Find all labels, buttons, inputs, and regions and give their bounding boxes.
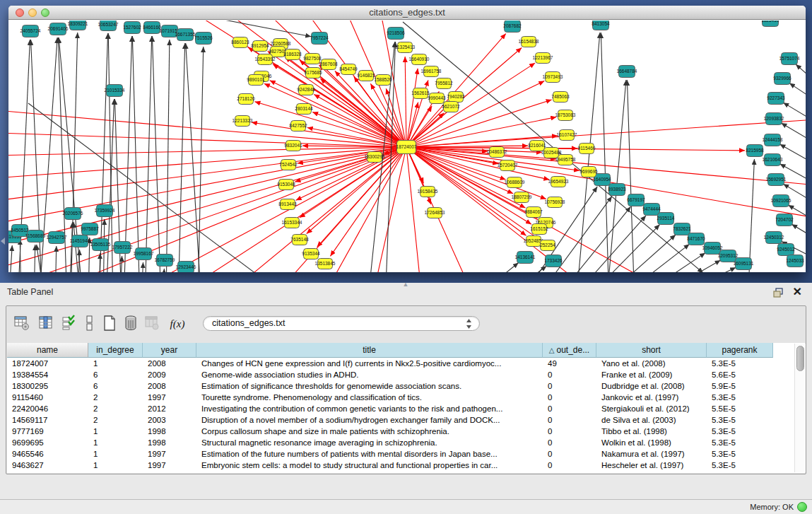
graph-node[interactable]: 10688609 [505,177,525,188]
graph-node[interactable]: 11325413 [395,42,416,53]
graph-node[interactable]: 7485063 [551,92,570,103]
network-graph[interactable]: 2405572420691406183092211065324715276028… [8,21,806,272]
graph-node[interactable]: 8913443 [278,199,297,210]
graph-node[interactable]: 17264853 [425,208,445,218]
column-header-short[interactable]: short [596,343,707,358]
graph-node[interactable]: 12450312 [764,232,784,244]
graph-node[interactable]: 7955812 [435,78,453,89]
graph-node[interactable]: 8466160 [143,22,161,34]
graph-node[interactable]: 9890101 [247,75,265,86]
table-row[interactable]: 1872400712008Changes of HCN gene express… [7,358,805,369]
graph-node[interactable]: 16782759 [155,255,175,267]
select-columns-icon[interactable] [59,314,78,334]
graph-node[interactable]: 7957224 [310,33,329,45]
graph-node[interactable]: 17359924 [95,205,115,217]
show-columns-icon[interactable] [36,314,56,334]
graph-node[interactable]: 19958167 [134,248,154,260]
graph-node[interactable]: 2087682 [503,21,522,33]
graph-node[interactable]: 2935114 [657,213,675,225]
graph-node[interactable]: 9832041 [284,141,302,151]
table-row[interactable]: 2242004622012Investigating the contribut… [7,403,805,414]
graph-node[interactable]: 8215958 [746,145,764,157]
graph-node[interactable]: 11568689 [25,230,46,243]
graph-node[interactable]: 7515526 [194,33,213,45]
graph-node[interactable]: 7940282 [447,92,465,103]
column-header-in_degree[interactable]: in_degree [88,343,143,358]
graph-node[interactable]: 16154838 [519,37,539,47]
graph-node[interactable]: 9242848 [297,85,315,95]
graph-node[interactable]: 12923446 [176,262,196,273]
graph-node[interactable]: 14136141 [515,252,536,264]
graph-node[interactable]: 8454749 [339,64,358,75]
table-scrollbar[interactable] [794,344,806,472]
graph-node[interactable]: 9135344 [302,249,320,259]
graph-node[interactable]: 1527602 [123,22,141,34]
graph-node[interactable]: 9218506 [387,28,405,40]
graph-node[interactable]: 19495758 [555,155,576,165]
graph-node[interactable]: 12444158 [763,134,783,146]
graph-node[interactable]: 18309221 [68,21,88,30]
graph-node[interactable]: 10756928 [545,197,565,208]
graph-node[interactable]: 12093832 [764,113,784,125]
graph-node[interactable]: 10921065 [771,195,792,207]
graph-node[interactable]: 21015334 [105,85,125,97]
graph-node[interactable]: 16640910 [409,54,430,65]
graph-node[interactable]: 15751074 [779,53,800,65]
graph-node[interactable]: 252254 [540,240,555,251]
graph-node[interactable]: 20206576 [63,208,83,220]
merge-icon[interactable] [80,314,100,334]
graph-node[interactable]: 5621072 [442,102,460,112]
graph-node[interactable]: 2867608 [319,59,338,70]
table-scrollbar-thumb[interactable] [796,346,804,371]
graph-node[interactable]: 11451944 [70,235,90,247]
graph-node[interactable]: 18807299 [512,192,532,203]
graph-node[interactable]: 9990443 [428,93,446,104]
graph-node[interactable]: 9827508 [303,54,322,64]
graph-node[interactable]: 9146821 [357,71,375,81]
graph-node[interactable]: 16961758 [421,66,442,77]
graph-node[interactable]: 16648784 [617,66,637,78]
graph-node[interactable]: 9884067 [524,207,543,218]
network-view-canvas[interactable]: 2405572420691406183092211065324715276028… [8,21,806,272]
table-row[interactable]: 1830029562008Estimation of significance … [7,380,805,392]
table-row[interactable]: 911546021997Tourette syndrome. Phenomeno… [7,392,805,403]
graph-node[interactable]: 1588520 [374,75,392,86]
import-table-icon[interactable] [142,314,162,334]
graph-node[interactable]: 8860123 [231,37,249,48]
graph-node[interactable]: 10653247 [98,21,119,31]
graph-node[interactable]: 7635148 [290,235,309,245]
table-row[interactable]: 1938455462009Genome-wide association stu… [7,369,805,380]
graph-node[interactable]: 1245033 [786,255,804,267]
graph-node[interactable]: 24055724 [20,25,41,37]
graph-node[interactable]: 8938923 [608,184,626,196]
graph-node[interactable]: 9227343 [767,93,785,105]
graph-node[interactable]: 2803144 [295,104,313,115]
graph-node[interactable]: 9153048 [277,180,295,190]
graph-node[interactable]: 8912954 [251,41,269,52]
graph-node[interactable]: 1562615 [411,88,430,99]
graph-node[interactable]: 19654923 [548,177,569,187]
graph-node[interactable]: 7832621 [673,223,691,235]
graph-node[interactable]: 9975887 [81,223,99,235]
memory-status-indicator[interactable] [797,502,807,512]
table-settings-icon[interactable] [12,314,32,334]
graph-node[interactable]: 16210643 [763,154,783,166]
graph-node[interactable]: 17957222 [112,242,133,254]
graph-node[interactable]: 10973493 [543,72,563,83]
new-column-icon[interactable] [100,314,119,334]
graph-node[interactable]: 1615152 [530,224,548,235]
table-row[interactable]: 1456911722003Disruption of a novel membe… [7,414,805,426]
network-window-titlebar[interactable]: citations_edges.txt [8,6,806,20]
graph-node[interactable]: 12213323 [233,116,253,127]
graph-node[interactable]: 18753083 [555,110,576,121]
table-row[interactable]: 977716911998Corpus callosum shape and si… [7,426,805,437]
graph-node[interactable]: 9175685 [304,68,322,78]
graph-node[interactable]: 10486372 [487,147,507,158]
column-header-year[interactable]: year [143,343,196,358]
function-builder-icon[interactable]: f(x) [167,314,187,334]
graph-node[interactable]: 19158435 [418,187,438,197]
graph-node[interactable]: 1125410 [762,21,779,27]
table-row[interactable]: 969969511998Structural magnetic resonanc… [7,437,805,448]
graph-node[interactable]: 20691406 [48,23,69,35]
graph-node[interactable]: 7524542 [279,160,298,170]
